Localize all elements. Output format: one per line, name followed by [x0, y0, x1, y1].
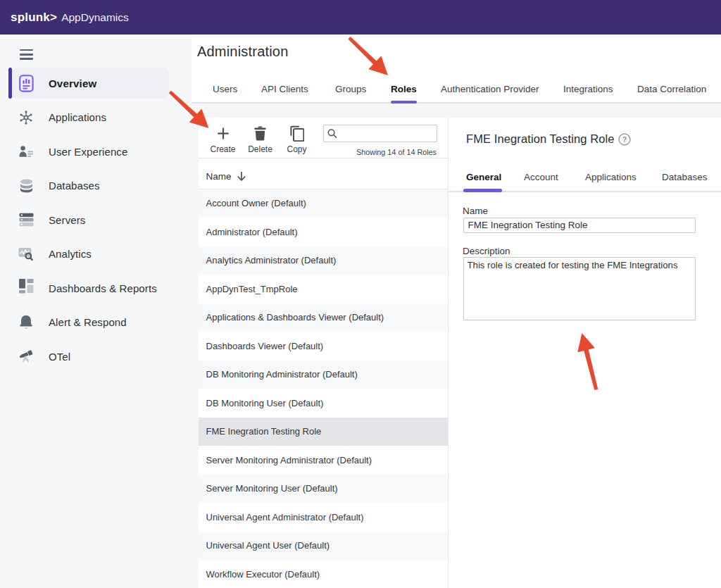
splunk-logo: splunk> [11, 11, 57, 25]
main-area: Administration Users API Clients Groups … [192, 35, 721, 588]
showing-count-text: Showing 14 of 14 Roles [356, 148, 437, 156]
sort-descending-icon[interactable] [237, 171, 246, 182]
role-detail-tabs: General Account Applications Databases [449, 168, 721, 192]
role-row[interactable]: Administrator (Default) [199, 218, 448, 246]
svg-text:?: ? [622, 135, 626, 143]
applications-icon [18, 109, 34, 126]
role-row[interactable]: AppDynTest_TmpRole [199, 275, 448, 304]
sidebar-item-label: Servers [49, 214, 85, 226]
role-row[interactable]: Analytics Administrator (Default) [199, 246, 448, 275]
sidebar-item-label: User Experience [49, 146, 127, 158]
menu-hamburger-icon[interactable] [20, 49, 33, 60]
role-row[interactable]: FME Inegration Testing Role [199, 418, 448, 446]
overview-icon [18, 75, 34, 92]
detail-tab-applications[interactable]: Applications [585, 168, 637, 192]
tab-roles[interactable]: Roles [391, 75, 417, 102]
role-description-textarea[interactable]: This role is created for testing the FME… [463, 257, 696, 320]
role-name-input[interactable] [463, 218, 696, 233]
dashboards-icon [18, 280, 34, 296]
role-row[interactable]: Dashboards Viewer (Default) [199, 332, 448, 361]
sidebar-item-alert-respond[interactable]: Alert & Respond [12, 307, 169, 338]
detail-tab-databases[interactable]: Databases [662, 168, 708, 192]
otel-telescope-icon [18, 348, 34, 365]
sidebar-item-user-experience[interactable]: User Experience [12, 136, 169, 167]
role-row[interactable]: Server Monitoring Administrator (Default… [199, 446, 448, 475]
delete-label: Delete [244, 144, 277, 154]
role-row[interactable]: Applications & Dashboards Viewer (Defaul… [199, 304, 448, 332]
appdynamics-logo-text: AppDynamics [61, 11, 129, 24]
administration-header: Administration Users API Clients Groups … [192, 35, 721, 104]
sidebar-item-databases[interactable]: Databases [12, 170, 169, 201]
sidebar-item-overview[interactable]: Overview [12, 68, 169, 99]
copy-button[interactable]: Copy [281, 125, 313, 154]
sidebar-item-label: Alert & Respond [49, 316, 127, 328]
tab-integrations[interactable]: Integrations [563, 75, 613, 102]
sidebar-item-label: Dashboards & Reports [49, 282, 157, 294]
description-field-label: Description [463, 246, 510, 256]
sidebar-item-otel[interactable]: OTel [12, 341, 169, 372]
tab-users[interactable]: Users [213, 75, 237, 102]
analytics-icon [18, 246, 34, 263]
role-detail-title: FME Inegration Testing Role [466, 132, 615, 146]
tab-authentication-provider[interactable]: Authentication Provider [441, 75, 539, 102]
sidebar-item-analytics[interactable]: Analytics [12, 239, 169, 270]
databases-icon [18, 177, 34, 194]
roles-table-body: Account Owner (Default)Administrator (De… [199, 189, 448, 588]
alert-bell-icon [18, 314, 34, 331]
user-experience-icon [18, 143, 34, 160]
app-bar: splunk> AppDynamics [0, 0, 721, 35]
detail-tab-account[interactable]: Account [524, 168, 558, 192]
create-button[interactable]: Create [207, 125, 239, 154]
detail-tab-general[interactable]: General [466, 168, 501, 192]
tab-groups[interactable]: Groups [335, 75, 366, 102]
roles-toolbar: Create Delete [199, 118, 448, 158]
sidebar: Overview [0, 35, 192, 588]
role-row[interactable]: DB Monitoring User (Default) [199, 389, 448, 418]
sidebar-item-label: Databases [49, 180, 100, 192]
servers-icon [18, 211, 34, 228]
sidebar-item-servers[interactable]: Servers [12, 204, 169, 235]
role-row[interactable]: Universal Agent Administrator (Default) [199, 503, 448, 532]
sidebar-item-label: OTel [49, 351, 70, 363]
sidebar-item-dashboards-reports[interactable]: Dashboards & Reports [12, 273, 169, 304]
role-row[interactable]: Workflow Executor (Default) [199, 560, 448, 588]
role-row[interactable]: Account Owner (Default) [199, 189, 448, 218]
page-title: Administration [197, 44, 289, 60]
delete-trash-icon [244, 125, 277, 141]
sidebar-item-label: Analytics [49, 248, 92, 260]
delete-button[interactable]: Delete [244, 125, 277, 154]
sidebar-nav: Overview [0, 68, 192, 375]
create-plus-icon [207, 125, 239, 141]
help-icon[interactable]: ? [618, 133, 631, 146]
name-column-header[interactable]: Name [206, 171, 232, 182]
content-area: Create Delete [192, 118, 721, 588]
tab-api-clients[interactable]: API Clients [261, 75, 308, 102]
admin-tabs: Users API Clients Groups Roles Authentic… [192, 75, 721, 104]
copy-label: Copy [281, 144, 313, 154]
role-row[interactable]: Server Monitoring User (Default) [199, 475, 448, 503]
role-row[interactable]: DB Monitoring Administrator (Default) [199, 361, 448, 389]
search-input[interactable] [341, 129, 429, 139]
create-label: Create [207, 144, 239, 154]
roles-search-box[interactable] [323, 125, 437, 142]
role-row[interactable]: Universal Agent User (Default) [199, 532, 448, 561]
roles-list-panel: Create Delete [199, 118, 448, 588]
search-icon [327, 128, 337, 139]
sidebar-item-applications[interactable]: Applications [12, 102, 169, 133]
sidebar-item-label: Applications [49, 111, 106, 123]
name-field-label: Name [463, 206, 488, 216]
role-detail-panel: FME Inegration Testing Role ? General Ac… [449, 118, 721, 588]
sidebar-item-label: Overview [49, 77, 96, 89]
tab-data-correlation[interactable]: Data Correlation [637, 75, 706, 102]
roles-table-header: Name [199, 158, 448, 189]
copy-icon [281, 125, 313, 141]
